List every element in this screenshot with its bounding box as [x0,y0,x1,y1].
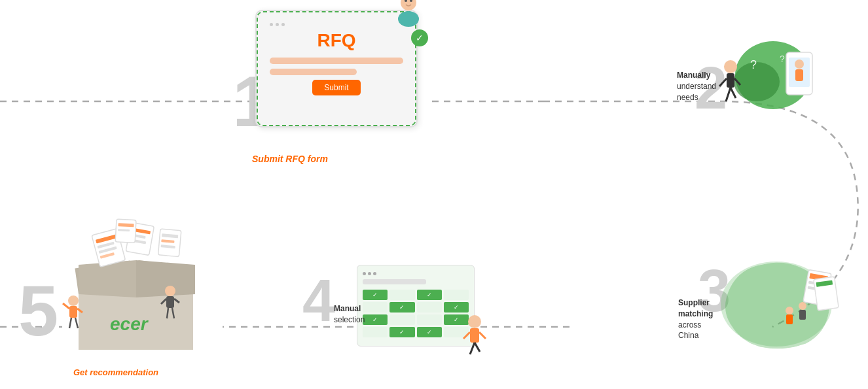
svg-line-23 [719,78,727,86]
svg-line-41 [479,332,486,339]
step-3-illustration [704,248,848,353]
shield-check-badge: ✓ [411,29,428,46]
svg-point-17 [795,59,804,69]
rfq-form-illustration: RFQ Submit ✓ [255,10,429,137]
step-4-person-icon [458,314,491,356]
rfq-submit-button[interactable]: Submit [312,80,360,95]
svg-rect-72 [166,296,174,308]
svg-line-69 [69,318,71,328]
svg-rect-33 [786,314,793,324]
step-1-label: Submit RFQ form [252,154,328,164]
step-2-label: Manually understand needs [677,70,716,103]
svg-line-38 [470,343,475,354]
step-2-illustration: ? ? [701,39,832,124]
svg-point-36 [468,315,481,328]
step-5-label: Get recommendation [73,367,158,377]
svg-line-40 [463,332,470,339]
svg-marker-46 [79,260,136,297]
process-diagram: 1 RFQ Submit [0,0,868,389]
svg-point-65 [68,296,79,306]
svg-point-7 [398,11,419,27]
rfq-bar-1 [270,58,403,64]
svg-point-32 [786,307,793,314]
svg-text:ecer: ecer [110,314,149,334]
svg-line-21 [726,88,731,101]
svg-rect-35 [799,310,806,320]
selection-screen: ✓ ✓ ✓ ✓ ✓ ✓ ✓ ✓ [357,265,475,347]
svg-line-70 [75,318,78,328]
rfq-title: RFQ [270,30,403,51]
svg-rect-18 [795,69,803,81]
svg-text:?: ? [750,58,757,71]
rfq-bar-2 [270,69,357,75]
svg-point-34 [799,302,806,310]
rfq-tablet: RFQ Submit ✓ [255,10,418,127]
avatar-person-icon [391,0,425,27]
step-3-label: Supplier matching across China [678,297,713,341]
step-4-number: 4 [302,271,335,330]
step-4-illustration: ✓ ✓ ✓ ✓ ✓ ✓ ✓ ✓ [357,265,481,356]
svg-rect-37 [470,328,479,343]
svg-line-39 [475,343,480,352]
svg-rect-66 [69,306,77,318]
svg-line-22 [731,88,736,98]
ecer-box-illustration: ecer [59,216,213,360]
svg-point-19 [724,60,737,73]
svg-point-71 [165,286,175,296]
svg-text:?: ? [780,54,785,64]
svg-rect-58 [158,229,181,257]
step-4-label: Manual selection [334,303,365,326]
svg-line-67 [63,303,69,309]
svg-rect-20 [727,73,734,88]
step-5-number: 5 [18,275,58,347]
